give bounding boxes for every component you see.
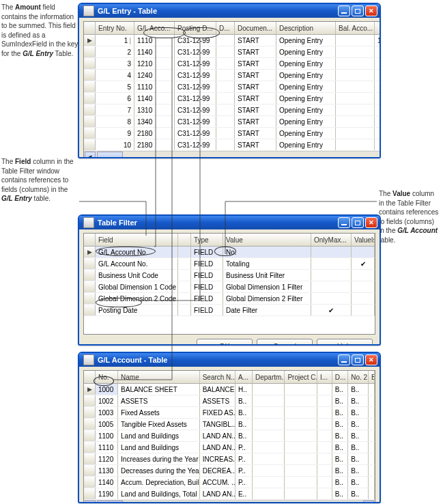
col-document-no[interactable]: Documen... xyxy=(235,22,276,34)
col-posting-date[interactable]: Posting D... xyxy=(175,22,216,34)
table-row[interactable]: Posting DateFIELDDate Filter✔ xyxy=(84,305,375,316)
table-row[interactable]: Global Dimension 1 CodeFIELDGlobal Dimen… xyxy=(84,281,375,293)
col-name[interactable]: Name xyxy=(118,371,200,383)
table-row[interactable]: 31210C31-12-99STARTOpening Entry582,83 xyxy=(84,58,381,70)
table-row[interactable]: ▶1|1110C31-12-99STARTOpening Entry1.324,… xyxy=(84,35,381,46)
col-entry-no[interactable]: Entry No. xyxy=(96,22,134,34)
cell: C31-12-99 xyxy=(175,35,216,46)
cell: FIELD xyxy=(191,305,223,316)
col-onlymax[interactable]: OnlyMax... xyxy=(311,234,352,246)
cell xyxy=(336,46,375,57)
col-d[interactable]: D... xyxy=(332,371,348,383)
cell xyxy=(369,465,375,476)
table-row[interactable]: 61140C31-12-99STARTOpening Entry-62,92 xyxy=(84,93,381,104)
col-d[interactable]: D... xyxy=(216,22,235,34)
ok-button[interactable]: OK xyxy=(197,339,253,346)
col-value[interactable]: Value xyxy=(223,234,311,246)
table-row[interactable]: 71310C31-12-99STARTOpening Entry49,47 xyxy=(84,104,381,116)
cell: Opening Entry xyxy=(276,128,336,139)
table-row[interactable]: 1190Land and Buildings, TotalLAND AN...E… xyxy=(84,488,375,500)
close-button[interactable]: ✕ xyxy=(365,217,377,228)
col-department[interactable]: Departm... xyxy=(253,371,285,383)
cell: Opening Entry xyxy=(276,139,336,150)
table-row[interactable]: 41240C31-12-99STARTOpening Entry-362,26 xyxy=(84,70,381,81)
table-row[interactable]: 51110C31-12-99STARTOpening Entry154,46 xyxy=(84,81,381,93)
titlebar[interactable]: G/L Entry - Table ✕ xyxy=(79,4,380,18)
minimize-button[interactable] xyxy=(338,5,350,16)
titlebar[interactable]: Table Filter ✕ xyxy=(79,216,380,229)
cell: Decreases during the Year xyxy=(118,465,200,476)
cell xyxy=(285,465,317,476)
cell: DECREA... xyxy=(200,465,235,476)
table-row[interactable]: ▶1000BALANCE SHEETBALANCE...H..B..B.. xyxy=(84,384,375,395)
cell: 7 xyxy=(96,104,134,115)
table-row[interactable]: 21140C31-12-99STARTOpening Entry-340,55 xyxy=(84,46,381,58)
cell: B.. xyxy=(332,395,348,406)
help-button[interactable]: Help xyxy=(317,339,373,346)
col-description[interactable]: Description xyxy=(276,22,336,34)
table-row[interactable]: 1002ASSETSASSETSB..B..B.. xyxy=(84,395,375,407)
cell: -62,92 xyxy=(375,93,381,104)
scroll-left-button[interactable]: ◄ xyxy=(85,501,96,503)
table-row[interactable]: G/L Account No.FIELDTotaling✔ xyxy=(84,258,375,270)
table-row[interactable]: 81340C31-12-99STARTOpening Entry-24,80 xyxy=(84,116,381,128)
close-button[interactable]: ✕ xyxy=(365,5,377,16)
table-row[interactable]: 1003Fixed AssetsFIXED AS...B..B..B.. xyxy=(84,407,375,419)
col-search-name[interactable]: Search N... xyxy=(200,371,235,383)
col-no2[interactable]: No. 2 xyxy=(348,371,369,383)
table-row[interactable]: 1100Land and BuildingsLAND AN...B..B..B.… xyxy=(84,430,375,442)
table-row[interactable]: 1110Land and BuildingsLAND AN...P..B..B.… xyxy=(84,442,375,453)
table-row[interactable]: 1130Decreases during the YearDECREA...P.… xyxy=(84,465,375,477)
cell: B.. xyxy=(332,488,348,499)
col-i[interactable]: I... xyxy=(317,371,332,383)
cell: -362,26 xyxy=(375,70,381,81)
cell: E.. xyxy=(235,488,253,499)
col-no[interactable]: No. xyxy=(96,371,118,383)
cell: FIXED AS... xyxy=(200,407,235,418)
col-valueisfi[interactable]: ValueIsFi... xyxy=(352,234,375,246)
col-bl[interactable]: Bl xyxy=(369,371,375,383)
table-row[interactable]: Business Unit CodeFIELDBusiness Unit Fil… xyxy=(84,270,375,281)
cancel-button[interactable]: Cancel xyxy=(257,339,313,346)
scroll-thumb[interactable] xyxy=(97,501,123,503)
titlebar[interactable]: G/L Account - Table ✕ xyxy=(79,353,380,367)
table-row[interactable]: 1140Accum. Depreciation, BuildingsACCUM.… xyxy=(84,477,375,488)
col-gl-account-no[interactable]: G/L Acco... xyxy=(134,22,175,34)
gl-entry-grid[interactable]: Entry No. G/L Acco... Posting D... D... … xyxy=(83,21,381,158)
app-icon xyxy=(83,5,94,16)
table-row[interactable]: 102180C31-12-99STARTOpening Entry135,24 xyxy=(84,139,381,151)
col-spacer[interactable] xyxy=(178,234,191,246)
col-type[interactable]: Type xyxy=(191,234,223,246)
gl-account-grid[interactable]: No. Name Search N... A... Departm... Pro… xyxy=(83,370,375,503)
table-row[interactable]: 1005Tangible Fixed AssetsTANGIBL...B..B.… xyxy=(84,419,375,430)
minimize-button[interactable] xyxy=(338,217,350,228)
col-project[interactable]: Project C... xyxy=(285,371,317,383)
hscrollbar[interactable]: ◄ ► xyxy=(84,500,375,503)
col-bal-account[interactable]: Bal. Acco... xyxy=(336,22,375,34)
table-row[interactable]: ▶G/L Account No.FIELDNo. xyxy=(84,247,375,258)
col-amount[interactable]: Amount xyxy=(375,22,381,34)
cell: B.. xyxy=(332,453,348,464)
scroll-right-button[interactable]: ► xyxy=(363,501,374,503)
cell xyxy=(336,128,375,139)
cell: B.. xyxy=(332,419,348,430)
cell xyxy=(253,465,285,476)
table-filter-grid[interactable]: Field Type Value OnlyMax... ValueIsFi...… xyxy=(83,233,375,335)
scroll-left-button[interactable]: ◄ xyxy=(85,152,96,158)
col-a[interactable]: A... xyxy=(235,371,253,383)
maximize-button[interactable] xyxy=(352,354,364,365)
cell: 1005 xyxy=(96,419,118,430)
col-field[interactable]: Field xyxy=(96,234,178,246)
maximize-button[interactable] xyxy=(352,5,364,16)
table-row[interactable]: 1120Increases during the YearINCREAS...P… xyxy=(84,453,375,465)
cell xyxy=(178,247,191,257)
maximize-button[interactable] xyxy=(352,217,364,228)
close-button[interactable]: ✕ xyxy=(365,354,377,365)
table-row[interactable]: Global Dimension 2 CodeFIELDGlobal Dimen… xyxy=(84,293,375,305)
minimize-button[interactable] xyxy=(338,354,350,365)
hscrollbar[interactable]: ◄ ► xyxy=(84,151,381,158)
cell: Opening Entry xyxy=(276,35,336,46)
window-title: Table Filter xyxy=(98,219,338,227)
scroll-thumb[interactable] xyxy=(97,152,123,158)
table-row[interactable]: 92180C31-12-99STARTOpening Entry269,94 xyxy=(84,128,381,139)
